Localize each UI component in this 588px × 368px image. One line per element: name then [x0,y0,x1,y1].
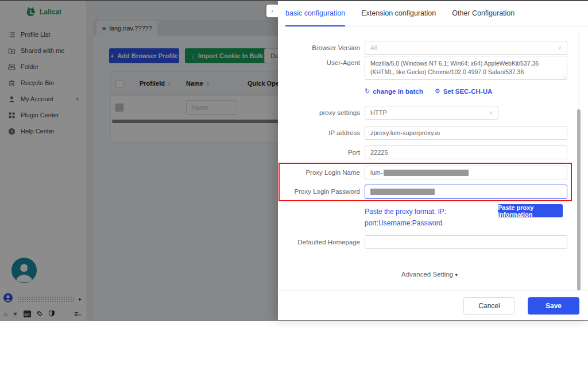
paste-proxy-format-link[interactable]: Paste the proxy format: IP: port:Usernam… [365,206,446,229]
tab-basic-configuration[interactable]: basic configuration [285,0,345,26]
app-window: Lalicat Profile List [0,0,588,321]
set-sec-ch-ua-link[interactable]: ⚙ Set SEC-CH-UA [435,87,493,95]
proxy-login-password-field [365,185,567,199]
defaulted-homepage-label: Defaulted Homepage [278,235,360,249]
window-top-edge [0,0,588,1]
proxy-type-value: HTTP [370,109,387,116]
ua-link-row: ↻ change in batch ⚙ Set SEC-CH-UA [365,87,492,95]
resize-handle-icon[interactable] [562,74,566,79]
port-label: Port [278,145,360,159]
drawer-scrollbar-thumb[interactable] [577,109,581,290]
paste-proxy-label: Paste proxy information [498,204,563,218]
paste-proxy-information-button[interactable]: Paste proxy information [498,204,563,217]
proxy-login-password-label: Proxy Login Password [278,185,360,198]
redacted-login-name [384,170,469,176]
caret-down-icon: ▾ [455,272,458,278]
chevron-right-icon: › [271,7,273,15]
tab-label: basic configuration [285,9,345,17]
browser-version-select[interactable]: All ∨ [365,41,567,55]
tab-extension-configuration[interactable]: Extension configuration [361,0,436,26]
tab-other-configuration[interactable]: Other Configuration [452,0,514,26]
drawer-footer: Cancel Save [278,290,588,320]
redacted-password [370,189,435,195]
proxy-settings-label: proxy settings [278,106,360,120]
save-label: Save [546,302,562,310]
config-drawer: › basic configuration Extension configur… [278,0,588,320]
tab-label: Extension configuration [361,9,436,17]
proxy-settings-row: HTTP ∨ Check the network [365,106,567,120]
user-agent-value: Mozilla/5.0 (Windows NT 6.1; Win64; x64)… [370,60,539,75]
chevron-down-icon: ∨ [489,110,493,116]
drawer-collapse-button[interactable]: › [266,5,278,17]
paste-hint-line1: Paste the proxy format: IP: [365,206,446,217]
proxy-login-name-label: Proxy Login Name [278,166,360,179]
screen: Lalicat Profile List [0,0,588,368]
drawer-tabs: basic configuration Extension configurat… [278,0,588,27]
proxy-login-name-field: lum- [365,166,567,179]
change-in-batch-label: change in batch [373,88,423,95]
drawer-scrollbar-track [577,32,581,290]
change-in-batch-link[interactable]: ↻ change in batch [365,87,423,95]
defaulted-homepage-field [365,235,567,249]
proxy-type-select[interactable]: HTTP ∨ [365,106,498,120]
set-sec-ch-ua-label: Set SEC-CH-UA [443,88,493,95]
cancel-label: Cancel [478,302,500,310]
ip-address-field [365,126,567,140]
paste-hint-line2: port:Username:Password [365,217,446,229]
browser-version-value: All [370,44,377,51]
proxy-login-password-input[interactable] [365,185,567,199]
advanced-setting-toggle[interactable]: Advanced Setting ▾ [278,271,581,278]
refresh-icon: ↻ [365,87,370,95]
login-name-prefix: lum- [370,169,382,176]
ip-address-input[interactable] [365,126,567,140]
gear-icon: ⚙ [435,87,440,95]
cancel-button[interactable]: Cancel [463,297,515,315]
tab-label: Other Configuration [452,9,514,17]
defaulted-homepage-input[interactable] [365,235,567,249]
user-agent-label: User-Agent [278,56,360,70]
save-button[interactable]: Save [528,297,579,315]
port-input[interactable] [365,145,567,159]
advanced-setting-label: Advanced Setting [401,271,453,278]
proxy-login-name-input[interactable]: lum- [365,166,567,179]
port-field [365,145,567,159]
ip-address-label: IP address [278,126,360,140]
chevron-down-icon: ∨ [558,45,562,51]
user-agent-textarea[interactable]: Mozilla/5.0 (Windows NT 6.1; Win64; x64)… [365,56,567,80]
browser-version-label: Browser Version [278,41,360,55]
